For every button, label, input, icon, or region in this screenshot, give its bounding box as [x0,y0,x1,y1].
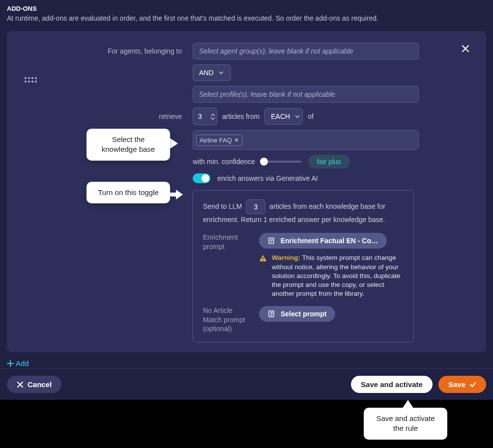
callout-select-kb: Select the knowledge base [87,129,170,161]
add-label: Add [16,359,29,367]
add-button[interactable]: Add [7,359,29,367]
articles-from-label: articles from [222,112,260,120]
confidence-pill: fair plus [308,155,350,168]
select-prompt-chip[interactable]: Select prompt [259,306,335,322]
profile-input[interactable] [193,86,419,103]
agents-label: For agents, belonging to [21,47,188,55]
check-icon [469,381,476,388]
save-button[interactable]: Save [438,376,486,393]
agent-group-input[interactable] [193,43,419,59]
enrichment-prompt-value: Enrichment Factual EN - Co… [281,237,378,245]
no-match-prompt-label: No Article Match prompt (optional) [203,306,252,333]
cancel-label: Cancel [28,380,52,389]
scroll-icon [268,310,276,318]
scope-select[interactable]: EACH [264,108,303,125]
confidence-label: with min. confidence [193,158,255,166]
callout-arrow-icon [169,190,183,199]
cancel-button[interactable]: Cancel [7,376,61,393]
operator-value: AND [199,69,214,77]
save-and-activate-button[interactable]: Save and activate [351,376,433,393]
enrichment-prompt-chip[interactable]: Enrichment Factual EN - Co… [259,233,387,249]
llm-pre-text: Send to LLM [203,202,242,210]
svg-rect-2 [262,260,263,261]
slider-thumb[interactable] [260,158,268,166]
kb-chip-label: Airline FAQ [200,137,232,144]
section-description: At runtime, add-ons are evaluated in ord… [7,14,486,22]
close-icon[interactable] [461,44,470,54]
enrich-panel: Send to LLM 3 articles from each knowled… [193,190,414,342]
retrieve-count-input[interactable]: 3 [193,108,217,125]
save-label: Save [448,380,465,389]
save-and-activate-label: Save and activate [361,380,423,389]
rule-card: For agents, belonging to AND retrieve [7,31,486,352]
retrieve-label: retrieve [21,112,188,120]
scroll-icon [268,237,276,245]
close-icon [17,381,24,388]
chevron-down-icon [219,70,224,75]
confidence-slider[interactable] [262,161,301,163]
select-prompt-label: Select prompt [281,310,326,318]
chip-remove-icon[interactable] [234,137,239,144]
enrich-toggle[interactable] [193,173,210,183]
operator-select[interactable]: AND [193,64,231,81]
stepper-down-icon[interactable] [211,117,215,120]
drag-handle-icon[interactable] [25,77,37,85]
svg-rect-1 [262,257,263,259]
enrichment-prompt-label: Enrichment prompt [203,233,252,251]
llm-count-input[interactable]: 3 [246,199,265,214]
of-label: of [308,112,314,120]
callout-turn-on-toggle: Turn on this toggle [87,182,170,203]
scope-value: EACH [271,112,290,120]
warning-text: Warning: This system prompt can change w… [272,253,404,298]
warning-icon [259,254,267,262]
warning-word: Warning: [272,254,300,261]
callout-arrow-icon [169,138,178,149]
callout-save-activate: Save and activate the rule [364,408,447,440]
enrich-label: enrich answers via Generative AI [217,174,318,182]
retrieve-count-value: 3 [198,112,202,120]
stepper-up-icon[interactable] [211,113,215,116]
chevron-down-icon [295,114,300,119]
section-title: ADD-ONS [7,5,486,12]
kb-tag-input[interactable]: Airline FAQ [193,130,419,150]
plus-icon [7,360,14,367]
footer-bar: Cancel Save and activate Save [0,368,493,400]
llm-count-value: 3 [254,201,258,212]
kb-chip: Airline FAQ [196,135,242,146]
